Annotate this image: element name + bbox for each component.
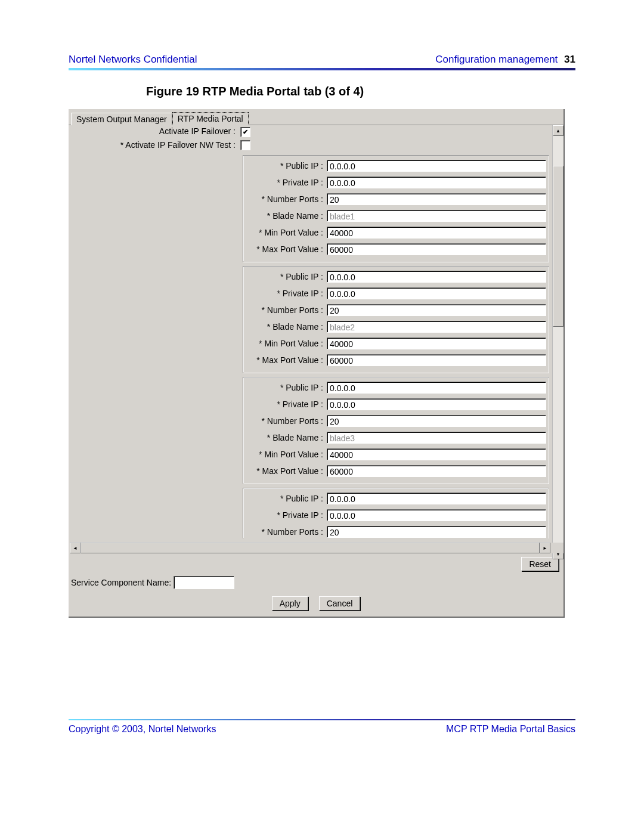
scroll-right-icon[interactable]: ► — [540, 543, 550, 553]
horizontal-scrollbar[interactable]: ◄ ► — [70, 542, 550, 553]
scroll-up-icon[interactable]: ▲ — [553, 125, 564, 136]
input-max-port-1[interactable]: 60000 — [327, 243, 546, 255]
input-min-port-1[interactable]: 40000 — [327, 227, 546, 239]
input-private-ip-3[interactable]: 0.0.0.0 — [327, 398, 546, 410]
tab-strip: System Output Manager RTP Media Portal — [69, 109, 564, 125]
label-max-port: * Max Port Value : — [246, 244, 327, 254]
row-activate-ip-failover: Activate IP Failover : ✔ — [70, 125, 562, 138]
label-activate-ip-failover: Activate IP Failover : — [70, 128, 240, 136]
input-private-ip-4[interactable]: 0.0.0.0 — [327, 509, 546, 521]
scroll-left-icon[interactable]: ◄ — [70, 543, 80, 553]
header-rule — [69, 68, 575, 70]
row-activate-ip-failover-nw-test: * Activate IP Failover NW Test : — [70, 138, 562, 151]
input-number-ports-3[interactable]: 20 — [327, 415, 546, 427]
input-blade-name-1[interactable]: blade1 — [327, 210, 546, 222]
footer-right: MCP RTP Media Portal Basics — [446, 724, 575, 735]
label-number-ports: * Number Ports : — [246, 305, 327, 315]
blade-group-4-partial: * Public IP :0.0.0.0 * Private IP :0.0.0… — [243, 488, 549, 538]
label-min-port: * Min Port Value : — [246, 339, 327, 348]
input-private-ip-1[interactable]: 0.0.0.0 — [327, 176, 546, 188]
header-left: Nortel Networks Confidential — [69, 54, 197, 66]
label-activate-ip-failover-nw-test: * Activate IP Failover NW Test : — [70, 140, 240, 150]
vertical-scroll-thumb[interactable] — [553, 166, 564, 327]
figure-title: Figure 19 RTP Media Portal tab (3 of 4) — [146, 85, 575, 98]
label-public-ip: * Public IP : — [246, 272, 327, 281]
label-private-ip: * Private IP : — [246, 510, 327, 520]
input-private-ip-2[interactable]: 0.0.0.0 — [327, 287, 546, 299]
header-right: Configuration management 31 — [435, 54, 575, 66]
checkbox-activate-ip-failover-nw-test[interactable] — [240, 140, 250, 150]
tab-system-output-manager[interactable]: System Output Manager — [71, 113, 172, 125]
input-number-ports-2[interactable]: 20 — [327, 304, 546, 316]
input-min-port-2[interactable]: 40000 — [327, 337, 546, 349]
input-public-ip-2[interactable]: 0.0.0.0 — [327, 271, 546, 283]
label-number-ports: * Number Ports : — [246, 194, 327, 204]
input-min-port-3[interactable]: 40000 — [327, 448, 546, 460]
label-blade-name: * Blade Name : — [246, 211, 327, 221]
input-service-component-name[interactable] — [174, 576, 234, 589]
label-min-port: * Min Port Value : — [246, 228, 327, 237]
blade-group-1: * Public IP :0.0.0.0 * Private IP :0.0.0… — [243, 155, 549, 262]
label-public-ip: * Public IP : — [246, 494, 327, 503]
footer-left: Copyright © 2003, Nortel Networks — [69, 724, 216, 735]
label-blade-name: * Blade Name : — [246, 433, 327, 442]
input-number-ports-1[interactable]: 20 — [327, 193, 546, 205]
input-max-port-3[interactable]: 60000 — [327, 465, 546, 477]
input-public-ip-4[interactable]: 0.0.0.0 — [327, 493, 546, 504]
vertical-scrollbar[interactable]: ▲ ▼ — [552, 125, 564, 559]
label-public-ip: * Public IP : — [246, 161, 327, 171]
input-blade-name-3[interactable]: blade3 — [327, 432, 546, 444]
label-private-ip: * Private IP : — [246, 289, 327, 298]
label-number-ports: * Number Ports : — [246, 416, 327, 426]
apply-button[interactable]: Apply — [272, 596, 308, 611]
blade-group-2: * Public IP :0.0.0.0 * Private IP :0.0.0… — [243, 266, 549, 373]
label-private-ip: * Private IP : — [246, 178, 327, 187]
config-panel: System Output Manager RTP Media Portal A… — [69, 109, 565, 618]
input-number-ports-4[interactable]: 20 — [327, 526, 546, 538]
input-public-ip-1[interactable]: 0.0.0.0 — [327, 160, 546, 172]
scroll-corner — [550, 543, 564, 553]
input-max-port-2[interactable]: 60000 — [327, 354, 546, 366]
checkbox-activate-ip-failover[interactable]: ✔ — [240, 127, 250, 137]
label-max-port: * Max Port Value : — [246, 466, 327, 476]
label-max-port: * Max Port Value : — [246, 355, 327, 365]
label-number-ports: * Number Ports : — [246, 527, 327, 537]
footer-rule — [69, 719, 575, 720]
label-min-port: * Min Port Value : — [246, 450, 327, 459]
blade-group-3: * Public IP :0.0.0.0 * Private IP :0.0.0… — [243, 377, 549, 484]
input-public-ip-3[interactable]: 0.0.0.0 — [327, 382, 546, 394]
horizontal-scroll-thumb[interactable] — [80, 543, 540, 553]
label-private-ip: * Private IP : — [246, 400, 327, 409]
label-service-component-name: Service Component Name: — [71, 578, 171, 587]
tab-rtp-media-portal[interactable]: RTP Media Portal — [172, 112, 249, 125]
label-blade-name: * Blade Name : — [246, 322, 327, 332]
input-blade-name-2[interactable]: blade2 — [327, 321, 546, 333]
page-number: 31 — [564, 54, 575, 65]
cancel-button[interactable]: Cancel — [319, 596, 361, 611]
header-section-title: Configuration management — [435, 54, 558, 65]
label-public-ip: * Public IP : — [246, 383, 327, 392]
